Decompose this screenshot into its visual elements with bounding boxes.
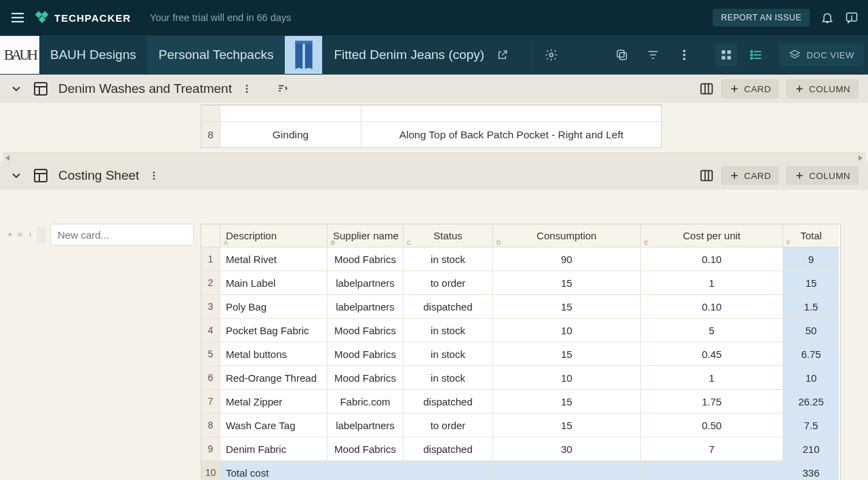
table-cell[interactable]: 1 <box>641 271 783 295</box>
table-cell[interactable]: to order <box>403 271 493 295</box>
table-cell[interactable]: labelpartners <box>328 295 403 319</box>
table-cell-total[interactable]: 50 <box>783 319 839 342</box>
collapse-icon[interactable] <box>9 169 23 182</box>
report-issue-button[interactable]: REPORT AN ISSUE <box>713 9 810 26</box>
add-column-button[interactable]: COLUMN <box>786 166 859 185</box>
table-cell[interactable]: 90 <box>493 247 641 271</box>
table-cell[interactable]: Wash Care Tag <box>220 414 328 437</box>
table-cell[interactable]: dispatched <box>403 295 493 319</box>
table-cell-total[interactable]: 336 <box>783 461 839 480</box>
table-cell[interactable]: Mood Fabrics <box>328 247 403 271</box>
table-cell[interactable]: Metal buttons <box>220 342 328 366</box>
table-cell-total[interactable]: 6.75 <box>783 342 839 366</box>
table-cell[interactable]: Pocket Bag Fabric <box>220 319 328 342</box>
settings-gear-icon[interactable] <box>545 48 558 62</box>
table-cell[interactable]: 7 <box>641 437 783 461</box>
columns-icon[interactable] <box>699 168 714 183</box>
table-cell[interactable]: labelpartners <box>328 414 403 437</box>
table-cell[interactable]: 0.10 <box>641 295 783 319</box>
table-cell[interactable]: Denim Fabric <box>220 437 328 461</box>
table-cell[interactable]: Poly Bag <box>220 295 328 319</box>
logo[interactable]: TECHPACKER <box>35 11 131 24</box>
table-cell[interactable]: in stock <box>403 342 493 366</box>
copy-icon[interactable] <box>615 48 629 62</box>
table-cell[interactable] <box>403 461 493 480</box>
item-thumbnail[interactable] <box>285 36 323 74</box>
table-cell-total[interactable]: 26.25 <box>783 390 839 414</box>
table-cell[interactable]: Red-Orange Thread <box>220 366 328 390</box>
list-view-button[interactable] <box>745 43 767 66</box>
brand-square[interactable]: BAUH <box>0 36 39 74</box>
table-cell[interactable]: to order <box>403 414 493 437</box>
section-more-icon[interactable] <box>149 170 159 181</box>
table-cell[interactable]: Along Top of Back Patch Pocket - Right a… <box>361 121 661 147</box>
table-cell[interactable] <box>493 461 641 480</box>
bell-icon[interactable] <box>821 11 834 24</box>
grid-view-button[interactable] <box>715 43 737 66</box>
card-color-swatch[interactable] <box>37 226 46 243</box>
table-cell[interactable] <box>328 461 403 480</box>
table-cell[interactable]: in stock <box>403 366 493 390</box>
table-cell[interactable]: 15 <box>493 390 641 414</box>
table-cell[interactable]: 15 <box>493 271 641 295</box>
table-cell[interactable]: 10 <box>493 366 641 390</box>
section-more-icon[interactable] <box>241 83 252 94</box>
table-cell[interactable]: Metal Rivet <box>220 247 328 271</box>
table-cell[interactable]: Total cost <box>220 461 328 480</box>
table-cell[interactable] <box>641 461 783 480</box>
table-cell-total[interactable]: 7.5 <box>783 414 839 437</box>
table-cell[interactable]: Fabric.com <box>328 390 403 414</box>
table-cell[interactable]: 30 <box>493 437 641 461</box>
filter-icon[interactable] <box>646 48 660 62</box>
col-header-cost-per-unit[interactable]: Cost per unitE <box>641 224 783 247</box>
table-cell[interactable]: 5 <box>641 319 783 342</box>
crumb-collection[interactable]: Personal Techpacks <box>148 36 285 74</box>
table-cell-total[interactable]: 15 <box>783 271 839 295</box>
table-cell[interactable]: 15 <box>493 342 641 366</box>
table-cell[interactable]: 15 <box>493 414 641 437</box>
add-icon[interactable] <box>7 229 13 240</box>
collapse-icon[interactable] <box>9 82 23 96</box>
table-cell[interactable]: dispatched <box>403 390 493 414</box>
table-cell[interactable]: 0.10 <box>641 247 783 271</box>
table-cell[interactable]: Mood Fabrics <box>328 366 403 390</box>
table-cell[interactable]: Mood Fabrics <box>328 342 403 366</box>
table-cell[interactable]: labelpartners <box>328 271 403 295</box>
add-card-button[interactable]: CARD <box>721 79 779 98</box>
table-cell[interactable]: 15 <box>493 295 641 319</box>
col-header-description[interactable]: DescriptionA <box>220 224 328 247</box>
table-cell[interactable]: 10 <box>493 319 641 342</box>
hamburger-icon[interactable] <box>9 9 26 26</box>
table-cell-total[interactable]: 9 <box>783 247 839 271</box>
crumb-item[interactable]: Fitted Denim Jeans (copy) <box>323 36 519 74</box>
add-column-button[interactable]: COLUMN <box>786 79 859 98</box>
table-cell[interactable] <box>361 105 661 121</box>
table-cell[interactable]: Mood Fabrics <box>328 319 403 342</box>
table-cell[interactable]: Mood Fabrics <box>328 437 403 461</box>
more-icon[interactable] <box>677 48 691 62</box>
table-cell[interactable]: in stock <box>403 247 493 271</box>
table-cell-total[interactable]: 210 <box>783 437 839 461</box>
table-cell[interactable]: 0.45 <box>641 342 783 366</box>
table-cell[interactable]: Ginding <box>220 121 361 147</box>
table-cell[interactable]: Metal Zipper <box>220 390 328 414</box>
table-cell[interactable]: 1 <box>641 366 783 390</box>
sort-icon[interactable] <box>277 83 289 95</box>
doc-view-button[interactable]: DOC VIEW <box>779 43 864 66</box>
crumb-brand[interactable]: BAUH Designs <box>39 36 148 74</box>
table-cell-total[interactable]: 1.5 <box>783 295 839 319</box>
table-cell[interactable]: dispatched <box>403 437 493 461</box>
feedback-icon[interactable] <box>845 11 859 24</box>
columns-icon[interactable] <box>699 81 714 96</box>
table-cell[interactable]: 1.75 <box>641 390 783 414</box>
col-header-total[interactable]: TotalF <box>783 224 839 247</box>
col-header-consumption[interactable]: ConsumptionD <box>493 224 641 247</box>
col-header-status[interactable]: StatusC <box>403 224 493 247</box>
add-card-button[interactable]: CARD <box>721 166 779 185</box>
open-external-icon[interactable] <box>496 49 509 61</box>
new-card-input[interactable] <box>50 224 194 245</box>
table-cell[interactable] <box>220 105 361 121</box>
table-cell[interactable]: 0.50 <box>641 414 783 437</box>
table-cell-total[interactable]: 10 <box>783 366 839 390</box>
table-cell[interactable]: in stock <box>403 319 493 342</box>
